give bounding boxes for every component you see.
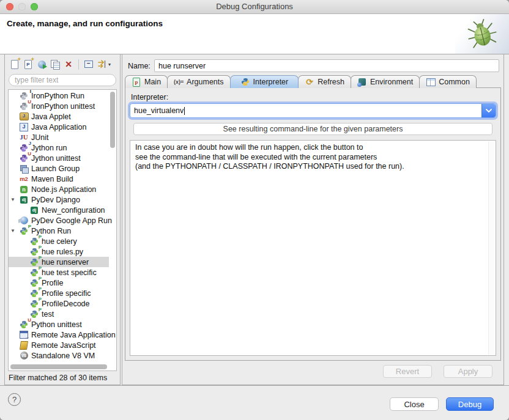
tab-common[interactable]: Common (419, 75, 477, 88)
tab-main[interactable]: pMain (125, 75, 168, 88)
minimize-window-button[interactable] (18, 3, 26, 10)
tree-item-label: Node.js Application (31, 185, 96, 194)
help-button[interactable]: ? (8, 393, 21, 406)
new-config-icon: + (10, 59, 20, 69)
filter-launch-configurations-button[interactable]: ▾ (95, 57, 113, 71)
common-tab-icon (426, 77, 436, 87)
main-area: +P+✕−▾ IIronPython RunUIronPython unitte… (0, 54, 509, 386)
tab-label: Arguments (187, 78, 223, 86)
tree-item-remote-javascript[interactable]: Remote JavaScript (9, 340, 109, 350)
toolbar-separator (78, 59, 79, 70)
tree-item-label: test (42, 310, 54, 319)
tree-item-pydev-django[interactable]: ▼djPyDev Django (9, 194, 109, 205)
tree-horizontal-scrollbar[interactable] (10, 364, 107, 369)
command-line-info-box[interactable]: In case you are in doubt how will the ru… (130, 140, 496, 356)
tree-item-launch-group[interactable]: Launch Group (9, 163, 109, 174)
tree-item-label: Remote JavaScript (31, 341, 96, 350)
configurations-tree: IIronPython RunUIronPython unittestJJava… (8, 89, 117, 371)
tree-item-label: JUnit (31, 133, 48, 142)
nodejs-icon: n (19, 185, 29, 194)
interpreter-combo[interactable]: hue_virtualenv (130, 103, 496, 118)
tree-item-ironpython-unittest[interactable]: UIronPython unittest (9, 101, 109, 111)
tree-item-label: Profile specific (42, 289, 91, 298)
tree-item-label: New_configuration (42, 206, 105, 215)
tab-bar: pMain(x)=ArgumentsInterpreter⟳RefreshEnv… (125, 75, 476, 88)
sidebar-toolbar: +P+✕−▾ (8, 57, 117, 72)
python-run-icon: P (29, 278, 39, 288)
delete-icon: ✕ (64, 59, 73, 69)
expander-icon[interactable]: ▼ (10, 226, 15, 236)
tree-item-test[interactable]: Ptest (9, 309, 109, 319)
zoom-window-button[interactable] (31, 3, 38, 10)
tree-item-java-application[interactable]: JJava Application (9, 122, 109, 132)
tab-environment[interactable]: Environment (351, 75, 420, 88)
tree-item-hue-rules-py[interactable]: Phue rules.py (9, 246, 109, 257)
apply-button[interactable]: Apply (444, 365, 492, 378)
delete-launch-configuration-button[interactable]: ✕ (62, 57, 75, 71)
filter-input[interactable] (9, 74, 116, 86)
new-launch-configuration-button[interactable]: + (8, 57, 21, 71)
tree-item-jython-run[interactable]: JJython run (9, 142, 109, 153)
window-title: Debug Configurations (43, 0, 466, 13)
tree-item-jython-unittest[interactable]: UJython unittest (9, 153, 109, 163)
tree-item-hue-runserver[interactable]: Phue runserver (9, 257, 109, 267)
interpreter-combo-value[interactable]: hue_virtualenv (130, 106, 481, 115)
python-unittest-icon: U (19, 320, 29, 330)
tree-item-hue-test-specific[interactable]: Phue test specific (9, 267, 109, 278)
duplicate-launch-configuration-button[interactable] (48, 57, 62, 71)
tree-item-python-run[interactable]: ▼PPython Run (9, 226, 109, 236)
tree-item-label: IronPython unittest (31, 102, 95, 111)
tree-item-profile[interactable]: PProfile (9, 278, 109, 288)
tree-item-label: Java Application (31, 123, 86, 131)
tree-vertical-scrollbar[interactable] (110, 92, 115, 148)
junit-icon: JU (19, 133, 29, 142)
java-applet-icon: J (19, 112, 29, 122)
page-title: Create, manage, and run configurations (7, 19, 163, 28)
gae-icon (19, 216, 29, 226)
tree-item-java-applet[interactable]: JJava Applet (9, 111, 109, 122)
debug-button[interactable]: Debug (446, 397, 494, 411)
tree-item-profile-specific[interactable]: PProfile specific (9, 288, 109, 298)
header-corner (455, 14, 509, 54)
tree-item-hue-celery[interactable]: Phue celery (9, 236, 109, 246)
new-launch-prototype-button[interactable]: P+ (21, 57, 35, 71)
bug-icon (462, 14, 502, 54)
launch-configurations-sidebar: +P+✕−▾ IIronPython RunUIronPython unitte… (4, 54, 121, 385)
close-button[interactable]: Close (390, 397, 439, 411)
tree-rows: IIronPython RunUIronPython unittestJJava… (9, 90, 109, 363)
tree-item-standalone-v8-vm[interactable]: V8Standalone V8 VM (9, 350, 109, 361)
revert-button[interactable]: Revert (383, 365, 432, 378)
tab-label: Common (439, 78, 470, 86)
duplicate-icon (50, 59, 60, 69)
chevron-down-icon (486, 109, 492, 112)
tab-refresh[interactable]: ⟳Refresh (298, 75, 351, 88)
close-window-button[interactable] (6, 3, 13, 10)
python-run-icon: P (29, 237, 39, 246)
title-bar: Debug Configurations (0, 0, 509, 14)
python-run-icon: P (29, 268, 39, 278)
tree-item-node-js-application[interactable]: nNode.js Application (9, 184, 109, 194)
interpreter-combo-dropdown-button[interactable] (481, 104, 496, 117)
debug-configurations-dialog: Debug Configurations Create, manage, and… (0, 0, 509, 420)
collapse-all-button[interactable]: − (82, 57, 95, 71)
info-line: see the command-line that will be execut… (135, 153, 491, 163)
tree-item-pydev-google-app-run[interactable]: PyDev Google App Run (9, 215, 109, 226)
see-command-line-button[interactable]: See resulting command-line for the given… (133, 123, 492, 135)
tree-item-maven-build[interactable]: m2Maven Build (9, 174, 109, 184)
expander-icon[interactable]: ▼ (10, 194, 15, 205)
export-launch-configuration-button[interactable] (35, 57, 48, 71)
tab-arguments[interactable]: (x)=Arguments (167, 75, 230, 88)
tab-interpreter[interactable]: Interpreter (230, 75, 299, 88)
tree-item-new-configuration[interactable]: djNew_configuration (9, 205, 109, 215)
tree-item-ironpython-run[interactable]: IIronPython Run (9, 90, 109, 101)
tree-item-python-unittest[interactable]: UPython unittest (9, 319, 109, 330)
tree-item-profiledecode[interactable]: PProfileDecode (9, 298, 109, 309)
remote-js-icon (19, 341, 29, 350)
tree-item-junit[interactable]: JUJUnit (9, 132, 109, 142)
tree-item-remote-java-application[interactable]: →Remote Java Application (9, 330, 109, 340)
info-box-scrollbar[interactable] (488, 141, 495, 355)
name-input[interactable] (154, 59, 499, 72)
tree-item-label: PyDev Django (31, 196, 80, 204)
arguments-tab-icon: (x)= (174, 77, 184, 87)
maven-icon: m2 (19, 174, 29, 184)
